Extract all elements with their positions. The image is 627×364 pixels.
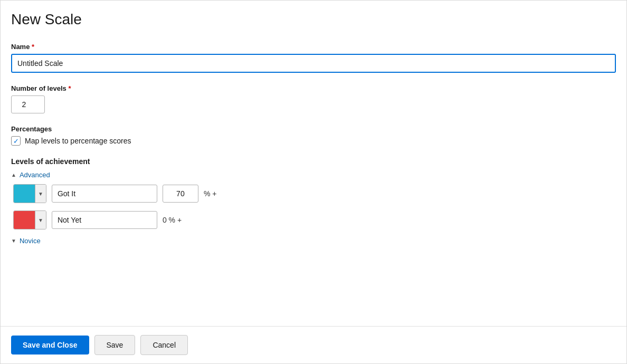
advanced-label: Advanced <box>20 171 50 179</box>
name-input[interactable] <box>11 54 616 73</box>
footer: Save and Close Save Cancel <box>1 326 626 363</box>
map-checkbox-label: Map levels to percentage scores <box>25 137 131 145</box>
novice-label: Novice <box>20 237 41 245</box>
percentages-group: Percentages ✓ Map levels to percentage s… <box>11 125 616 146</box>
name-field-group: Name * <box>11 43 616 73</box>
name-required: * <box>32 43 34 51</box>
save-button[interactable]: Save <box>94 335 136 355</box>
map-checkbox-row[interactable]: ✓ Map levels to percentage scores <box>11 136 616 146</box>
levels-section-header: Levels of achievement <box>11 157 616 166</box>
page-container: New Scale Name * Number of levels * Perc… <box>0 0 627 364</box>
level2-color-dropdown-arrow[interactable]: ▼ <box>35 210 46 229</box>
level2-color-swatch <box>14 210 35 229</box>
map-checkbox[interactable]: ✓ <box>11 136 21 146</box>
levels-label: Number of levels * <box>11 84 616 92</box>
level1-color-picker[interactable]: ▼ <box>13 184 46 203</box>
level1-name-input[interactable] <box>52 185 157 203</box>
checkmark-icon: ✓ <box>13 138 19 145</box>
levels-input[interactable] <box>11 95 45 113</box>
level1-percent-input[interactable] <box>163 185 198 203</box>
percentages-label: Percentages <box>11 125 616 133</box>
save-and-close-button[interactable]: Save and Close <box>11 336 89 355</box>
advanced-group-header[interactable]: ▲ Advanced <box>11 171 616 179</box>
novice-group-header[interactable]: ▼ Novice <box>11 237 616 245</box>
level-row-2: ▼ 0 % + <box>13 210 616 229</box>
level-row-1: ▼ % + <box>13 184 616 203</box>
levels-required: * <box>68 84 71 92</box>
level1-color-swatch <box>14 184 35 203</box>
name-label: Name * <box>11 43 616 51</box>
page-title: New Scale <box>11 11 616 28</box>
novice-arrow-icon: ▼ <box>11 238 16 244</box>
level2-name-input[interactable] <box>52 211 157 229</box>
level1-percent-suffix: % + <box>204 189 217 198</box>
level1-color-dropdown-arrow[interactable]: ▼ <box>35 184 46 203</box>
level2-percent-text: 0 % + <box>163 216 182 224</box>
levels-field-group: Number of levels * <box>11 84 616 113</box>
advanced-arrow-icon: ▲ <box>11 172 16 178</box>
levels-section: Levels of achievement ▲ Advanced ▼ % + ▼… <box>11 157 616 245</box>
level2-color-picker[interactable]: ▼ <box>13 210 46 229</box>
cancel-button[interactable]: Cancel <box>140 335 188 355</box>
